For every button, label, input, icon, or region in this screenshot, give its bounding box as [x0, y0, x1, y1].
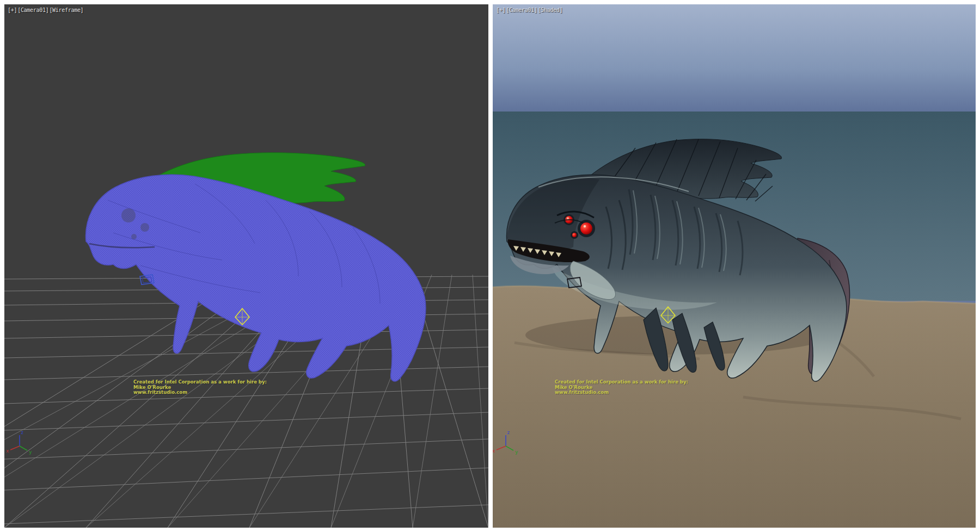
viewport-label-left: [+] [Camera01] [Wireframe] [8, 7, 83, 13]
viewport-wireframe-canvas: z x y [4, 4, 488, 528]
credit-line-3: www.fritzstudio.com [133, 390, 267, 395]
viewport-label-right: [+] [Camera01] [Shaded] [496, 7, 562, 13]
viewport-wireframe[interactable]: z x y [+] [Camera01] [Wireframe] Created… [4, 4, 488, 528]
axis-z-label: z [507, 430, 510, 435]
viewport-menu-button[interactable]: [+] [496, 7, 505, 13]
axis-x-label: x [6, 448, 9, 454]
sky [493, 4, 976, 112]
viewport-shading-button[interactable]: [Shaded] [537, 7, 562, 13]
fish-model-wireframe[interactable] [85, 175, 425, 381]
axis-y-label: y [515, 449, 518, 455]
credit-text: Created for Intel Corporation as a work … [555, 380, 688, 395]
axis-z-label: z [21, 430, 23, 435]
axis-x-label: x [493, 448, 495, 454]
viewport-shaded[interactable]: z x y [+] [Camera01] [Shaded] Created fo… [493, 4, 976, 528]
viewport-menu-button[interactable]: [+] [8, 7, 17, 13]
viewport-camera-button[interactable]: [Camera01] [17, 7, 48, 13]
viewport-shading-button[interactable]: [Wireframe] [49, 7, 83, 13]
viewport-shaded-canvas: z x y [493, 4, 976, 528]
axis-y-label: y [29, 449, 32, 455]
credit-line-3: www.fritzstudio.com [555, 390, 688, 395]
app-window: z x y [+] [Camera01] [Wireframe] Created… [0, 0, 980, 532]
viewport-camera-button[interactable]: [Camera01] [506, 7, 537, 13]
credit-text: Created for Intel Corporation as a work … [133, 380, 267, 395]
